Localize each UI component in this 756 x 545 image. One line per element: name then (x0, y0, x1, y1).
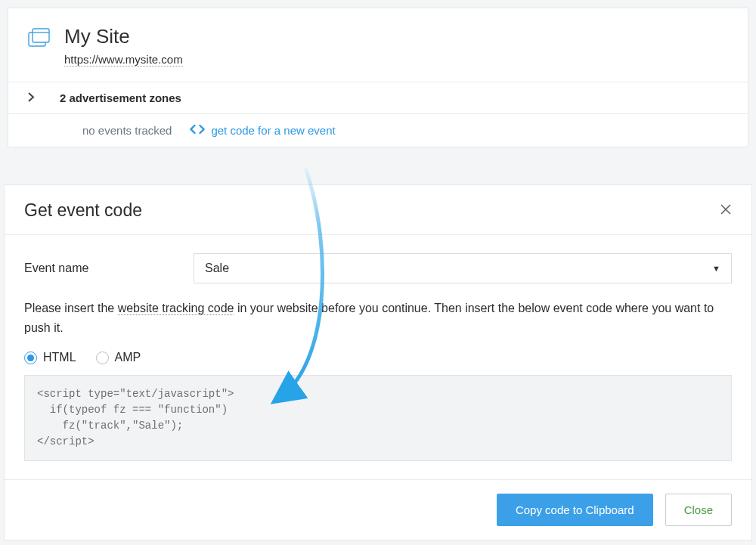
chevron-right-icon (28, 92, 42, 104)
event-name-value: Sale (205, 262, 229, 275)
get-code-link[interactable]: get code for a new event (190, 123, 335, 138)
events-row: no events tracked get code for a new eve… (8, 113, 748, 147)
site-card: My Site https://www.mysite.com 2 adverti… (8, 8, 748, 147)
event-name-label: Event name (24, 262, 175, 275)
ad-zones-label: 2 advertisement zones (60, 91, 181, 104)
close-icon[interactable] (720, 203, 732, 218)
site-title: My Site (64, 25, 183, 48)
get-code-link-text: get code for a new event (211, 124, 335, 137)
get-event-code-modal: Get event code Event name Sale ▼ Please … (4, 184, 752, 540)
close-button[interactable]: Close (665, 494, 732, 526)
radio-dot-icon (96, 351, 109, 364)
copy-code-button[interactable]: Copy code to Clipboard (497, 494, 653, 526)
code-icon (190, 123, 205, 138)
help-text: Please insert the website tracking code … (24, 299, 732, 337)
event-code-snippet[interactable]: <script type="text/javascript"> if(typeo… (24, 375, 732, 461)
radio-amp[interactable]: AMP (96, 351, 141, 364)
caret-down-icon: ▼ (712, 264, 720, 273)
tracking-code-link[interactable]: website tracking code (118, 302, 234, 315)
no-events-text: no events tracked (82, 124, 172, 137)
site-windows-icon (28, 28, 51, 51)
ad-zones-row[interactable]: 2 advertisement zones (8, 82, 748, 113)
radio-dot-icon (24, 351, 37, 364)
radio-html[interactable]: HTML (24, 351, 76, 364)
modal-title: Get event code (24, 200, 142, 221)
site-url-link[interactable]: https://www.mysite.com (64, 53, 183, 67)
event-name-select[interactable]: Sale ▼ (194, 253, 732, 283)
svg-rect-1 (33, 29, 49, 42)
